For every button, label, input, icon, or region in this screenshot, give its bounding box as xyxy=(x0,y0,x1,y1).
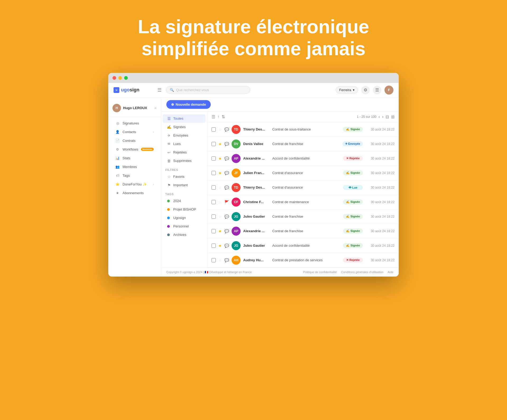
logo: u ugosign xyxy=(114,87,153,93)
status-badge: ✕ Rejetée xyxy=(343,156,363,161)
star-icon: ☆ xyxy=(167,175,171,179)
tag-2024[interactable]: 2024 xyxy=(163,197,205,205)
row-checkbox[interactable] xyxy=(212,156,216,161)
filter-signees[interactable]: ✍ Signées xyxy=(163,123,205,131)
row-checkbox[interactable] xyxy=(212,185,216,190)
table-row: ☆ 🚩 CF Christine F... Contrat de mainten… xyxy=(207,195,399,209)
filter-icon[interactable]: ☰ xyxy=(373,86,381,94)
help-link[interactable]: Aide xyxy=(388,270,393,274)
comment-button[interactable]: 💬 xyxy=(224,127,229,132)
filter-label: Toutes xyxy=(173,116,183,120)
tag-personnel[interactable]: Personnel xyxy=(163,222,205,231)
row-checkbox[interactable] xyxy=(212,200,216,204)
view-list-icon[interactable]: ⊟ xyxy=(386,114,389,119)
comment-button[interactable]: 💬 xyxy=(224,258,229,262)
filter-label: Envoyées xyxy=(173,133,188,137)
terms-link[interactable]: Conditions générales d'utilisation xyxy=(341,270,383,274)
pagination-prev[interactable]: ‹ xyxy=(378,114,380,119)
filter-important[interactable]: ⚑ Important xyxy=(163,181,205,189)
comment-button[interactable]: 💬 xyxy=(224,171,229,175)
star-button[interactable]: ★ xyxy=(218,229,222,233)
avatar: TD xyxy=(232,183,241,192)
sidebar-item-workflows[interactable]: ⚙ Workflows Nouveau xyxy=(110,145,159,154)
main-body: H Hugo LEROUX ≡ ◎ Signatures 👤 Contacts … xyxy=(108,97,399,277)
comment-button[interactable]: 💬 xyxy=(224,142,229,146)
settings-icon[interactable]: ⚙ xyxy=(361,86,370,94)
tag-ugosign[interactable]: Ugosign xyxy=(163,214,205,222)
user-avatar[interactable]: F xyxy=(384,86,393,95)
star-button[interactable]: ★ xyxy=(218,142,222,146)
avatar: DV xyxy=(232,139,241,148)
sidebar-item-stats[interactable]: 📊 Stats xyxy=(110,154,159,162)
sidebar-item-label: Signatures xyxy=(123,121,139,125)
doc-name: Christine F... xyxy=(243,200,270,204)
sidebar-menu-icon[interactable]: ≡ xyxy=(154,106,157,110)
browser-window: u ugosign ☰ 🔍 Que recherchez-vous Ferrei… xyxy=(108,73,399,277)
sidebar-item-membres[interactable]: 👥 Membres xyxy=(110,162,159,171)
tag-label: Ugosign xyxy=(173,216,186,220)
row-checkbox[interactable] xyxy=(212,244,216,248)
filter-envoyees[interactable]: ✈ Envoyées xyxy=(163,131,205,140)
avatar: AH xyxy=(232,256,241,265)
comment-button[interactable]: 💬 xyxy=(224,244,229,248)
doc-date: 30 août 24 18:22 xyxy=(365,258,395,262)
comment-button[interactable]: 💬 xyxy=(224,214,229,219)
filter-toutes[interactable]: ☰ Toutes xyxy=(163,114,205,123)
filter-lues[interactable]: 👁 Lues xyxy=(163,140,205,148)
filter-favoris[interactable]: ☆ Favoris xyxy=(163,172,205,181)
star-button[interactable]: ★ xyxy=(218,171,222,175)
pagination-next[interactable]: › xyxy=(382,114,383,119)
row-checkbox[interactable] xyxy=(212,214,216,219)
star-button[interactable]: ☆ xyxy=(218,258,222,262)
tag-archives[interactable]: Archives xyxy=(163,231,205,239)
doc-list-header: ☰ ↑ ⇅ 1 - 25 sur 100 ‹ › ⊟ ⊞ xyxy=(207,112,399,122)
window-close-dot[interactable] xyxy=(112,76,116,80)
tag-dot-icon xyxy=(167,207,171,212)
comment-button[interactable]: 🚩 xyxy=(224,200,229,204)
avatar: CF xyxy=(232,198,241,207)
signatures-icon: ◎ xyxy=(115,121,120,125)
star-button[interactable]: ☆ xyxy=(218,185,222,190)
star-button[interactable]: ★ xyxy=(218,156,222,161)
comment-button[interactable]: 💬 xyxy=(224,229,229,233)
sort-az-icon[interactable]: ⇅ xyxy=(222,114,225,119)
star-button[interactable]: ★ xyxy=(218,244,222,248)
row-checkbox[interactable] xyxy=(212,171,216,175)
comment-button[interactable]: 💬 xyxy=(224,185,229,190)
row-checkbox[interactable] xyxy=(212,258,216,262)
window-minimize-dot[interactable] xyxy=(118,76,122,80)
filter-up-icon[interactable]: ↑ xyxy=(217,114,219,119)
window-maximize-dot[interactable] xyxy=(124,76,128,80)
star-button[interactable]: ☆ xyxy=(218,200,222,204)
row-checkbox[interactable] xyxy=(212,229,216,233)
star-button[interactable]: ☆ xyxy=(218,127,222,132)
user-menu-button[interactable]: Ferreira ▾ xyxy=(336,86,358,94)
sidebar-item-signatures[interactable]: ◎ Signatures xyxy=(110,119,159,128)
filter-supprimees[interactable]: 🗑 Supprimées xyxy=(163,157,205,165)
search-bar[interactable]: 🔍 Que recherchez-vous xyxy=(166,86,250,94)
sidebar-item-tags[interactable]: 🏷 Tags xyxy=(110,171,159,180)
tag-bishop[interactable]: Projet BISHOP xyxy=(163,205,205,214)
comment-button[interactable]: 💬 xyxy=(224,156,229,161)
status-badge: 👁 Lue xyxy=(343,185,363,190)
app-footer: Copyright © ugosign-s 2024 | 🇫🇷 Développ… xyxy=(161,268,399,277)
view-grid-icon[interactable]: ⊞ xyxy=(391,114,395,119)
sidebar-item-label: Stats xyxy=(123,156,130,160)
doc-date: 30 août 24 18:22 xyxy=(365,186,395,189)
sidebar-item-doneforyou[interactable]: ⭐ DoneForYou ✨ › xyxy=(110,180,159,189)
privacy-link[interactable]: Politique de confidentialité xyxy=(303,270,337,274)
sidebar-item-contacts[interactable]: 👤 Contacts › xyxy=(110,128,159,136)
filter-label: Favoris xyxy=(173,175,185,179)
sidebar-item-contrats[interactable]: 📄 Contrats xyxy=(110,136,159,145)
star-button[interactable]: ☆ xyxy=(218,214,222,219)
sidebar-item-label: Workflows xyxy=(123,147,138,151)
sort-icon[interactable]: ☰ xyxy=(212,114,215,119)
filters-section-label: Filtres xyxy=(161,165,207,172)
row-checkbox[interactable] xyxy=(212,142,216,146)
row-checkbox[interactable] xyxy=(212,127,216,132)
filter-rejetees[interactable]: ↩ Rejetées xyxy=(163,148,205,157)
sidebar-item-abonnements[interactable]: ★ Abonnements xyxy=(110,189,159,197)
avatar: JF xyxy=(232,169,241,178)
new-demand-button[interactable]: ⊕ Nouvelle demande xyxy=(166,100,211,109)
hamburger-icon[interactable]: ☰ xyxy=(157,87,162,93)
